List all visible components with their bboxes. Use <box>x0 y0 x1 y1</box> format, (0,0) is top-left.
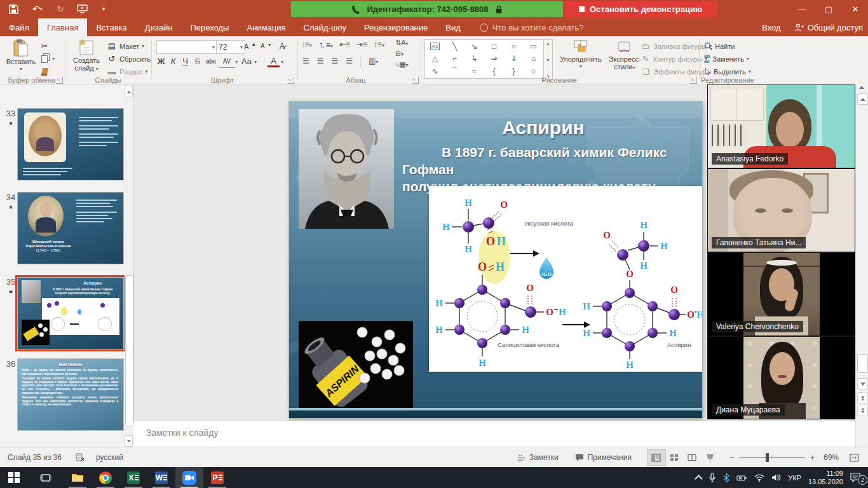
minimize-button[interactable]: — <box>789 0 815 18</box>
align-right-button[interactable]: ☰ <box>332 57 339 67</box>
zoom-app-button[interactable] <box>175 467 203 488</box>
arrange-button[interactable]: Упорядочить▾ <box>555 39 606 78</box>
paste-button[interactable]: Вставить ▾ <box>4 39 38 78</box>
line-spacing-button[interactable]: ↕≡▾ <box>374 40 384 51</box>
shapes-gallery[interactable]: A≡ ╲↘□○▭ △⌐↳⇒⇓⌂ ∿⌒≈{}☆ <box>424 39 544 79</box>
tell-me-box[interactable]: Что вы хотите сделать? <box>470 18 584 36</box>
view-sorter-button[interactable] <box>666 450 684 465</box>
redo-button[interactable]: ↻ <box>52 2 69 16</box>
decrease-indent-button[interactable]: ⇤≡ <box>339 40 350 51</box>
participant-video-1[interactable]: Anastasiya Fedorko <box>707 85 855 168</box>
stop-demo-button[interactable]: Остановить демонстрацию <box>564 1 717 17</box>
chrome-button[interactable] <box>92 467 119 488</box>
undo-button[interactable]: ↶▾ <box>27 2 48 16</box>
aspirin-bottle-image[interactable]: ASPIRIN <box>299 321 413 408</box>
tab-animations[interactable]: Анимация <box>238 18 294 36</box>
language-indicator[interactable]: УКР <box>788 474 801 482</box>
share-button[interactable]: Общий доступ <box>795 23 863 32</box>
scroll-thumb[interactable] <box>857 354 868 373</box>
tab-insert[interactable]: Вставка <box>87 18 135 36</box>
participant-video-4[interactable]: Диана Муцараева <box>707 336 855 419</box>
view-reading-button[interactable] <box>684 450 702 465</box>
view-normal-button[interactable] <box>647 449 666 466</box>
tab-view[interactable]: Вид <box>437 18 470 36</box>
slide-title-textbox[interactable]: Аспирин <box>416 117 670 139</box>
restore-button[interactable]: ▢ <box>816 0 841 18</box>
shape-outline-button[interactable]: ✎Контур фигуры▾ <box>641 53 707 65</box>
align-text-button[interactable]: ⊟▾ <box>395 50 409 58</box>
word-button[interactable]: W <box>147 467 175 488</box>
task-view-button[interactable] <box>32 467 60 488</box>
zoom-slider-thumb[interactable] <box>766 453 769 462</box>
close-button[interactable]: ✕ <box>843 0 868 18</box>
thumbnail-slide-34[interactable]: Шведский химикКарл-Вильгельм Шееле(1742—… <box>17 192 124 264</box>
hofmann-portrait-image[interactable] <box>299 109 394 229</box>
wifi-icon[interactable] <box>754 474 764 482</box>
quick-styles-button[interactable]: Экспресс-стили▾ <box>605 39 644 78</box>
shapes-scrollbar[interactable]: ▲▼⊻ <box>543 39 553 81</box>
language-status[interactable]: русский <box>96 453 123 462</box>
columns-button[interactable]: ▥▾ <box>369 57 378 67</box>
file-explorer-button[interactable] <box>64 467 92 488</box>
grow-font-button[interactable]: A▲ <box>244 40 256 52</box>
clear-formatting-button[interactable]: A̷ <box>277 40 287 52</box>
tray-expand-icon[interactable] <box>695 475 703 483</box>
tab-transitions[interactable]: Переходы <box>181 18 238 36</box>
increase-indent-button[interactable]: ⇥≡ <box>356 40 367 51</box>
font-dialog-launcher[interactable]: ↘ <box>287 77 294 84</box>
font-name-combo[interactable]: ▾ <box>156 40 217 54</box>
scroll-up-button[interactable] <box>857 93 868 105</box>
next-slide-button[interactable] <box>857 405 868 416</box>
action-center-button[interactable]: 2 <box>850 472 864 484</box>
numbering-button[interactable]: ⒈≡▾ <box>318 40 333 51</box>
thumbnail-slide-36[interactable]: Висновки Хімія – це наука, що вивчає реч… <box>17 358 124 431</box>
shape-fill-button[interactable]: 🗀Заливка фигуры▾ <box>641 40 712 52</box>
text-direction-button[interactable]: ⇅A▾ <box>395 39 409 47</box>
thumb-scroll-up[interactable] <box>125 86 133 97</box>
paragraph-dialog-launcher[interactable]: ↘ <box>412 77 419 84</box>
tab-design[interactable]: Дизайн <box>136 18 182 36</box>
find-button[interactable]: Найти <box>704 40 735 52</box>
slide-canvas[interactable]: Аспирин В 1897 г. баварский химик Феликс… <box>289 102 702 418</box>
aspirin-reaction-diagram[interactable]: .H{fill:#35aee2;font:bold 15px "Liberati… <box>429 186 702 372</box>
layout-button[interactable]: ▤Макет▾ <box>107 40 144 52</box>
shadow-button[interactable]: abc <box>203 55 219 67</box>
copy-button[interactable]: ▾ <box>39 53 55 65</box>
battery-icon[interactable] <box>736 474 747 482</box>
notes-toggle[interactable]: Заметки <box>517 453 559 462</box>
view-slideshow-button[interactable] <box>702 450 719 465</box>
character-spacing-button[interactable]: AV <box>219 55 235 68</box>
customize-qat-button[interactable]: ▾ <box>95 2 112 16</box>
thumbnail-slide-33[interactable] <box>17 108 124 180</box>
powerpoint-button[interactable]: P <box>203 467 231 488</box>
save-icon[interactable] <box>5 2 22 16</box>
fit-slide-button[interactable] <box>845 450 863 465</box>
main-vertical-scrollbar[interactable] <box>855 85 868 447</box>
collapse-video-chevron[interactable] <box>859 86 864 89</box>
tab-home[interactable]: Главная <box>38 18 87 36</box>
font-color-button[interactable]: А <box>268 55 280 67</box>
zoom-percent[interactable]: 69% <box>824 453 839 462</box>
strikethrough-button[interactable]: S <box>191 55 203 67</box>
zoom-out-button[interactable]: − <box>729 453 734 462</box>
smartart-convert-button[interactable]: ⤷▦▾ <box>395 60 409 69</box>
replace-button[interactable]: abac Заменить▾ <box>704 53 749 65</box>
italic-button[interactable]: К <box>167 55 179 67</box>
spellcheck-icon[interactable] <box>76 452 85 463</box>
reset-button[interactable]: ↺Сбросить <box>107 53 151 65</box>
sign-in-link[interactable]: Вход <box>762 23 780 32</box>
tab-review[interactable]: Рецензирование <box>355 18 437 36</box>
clipboard-dialog-launcher[interactable]: ↘ <box>56 77 63 84</box>
underline-button[interactable]: Ч <box>179 55 191 67</box>
clock[interactable]: 11:09 13.05.2020 <box>808 470 843 486</box>
scroll-down-button[interactable] <box>857 378 868 390</box>
thumb-scroll-thumb[interactable] <box>125 275 133 426</box>
volume-icon[interactable] <box>771 473 781 482</box>
previous-slide-button[interactable] <box>857 392 868 403</box>
bold-button[interactable]: Ж <box>155 55 167 67</box>
shrink-font-button[interactable]: A▼ <box>261 40 272 52</box>
font-size-combo[interactable]: 72▾ <box>216 40 245 54</box>
tab-file[interactable]: Файл <box>0 18 38 36</box>
notes-pane[interactable]: Заметки к слайду <box>133 421 868 447</box>
zoom-in-button[interactable]: + <box>810 453 815 462</box>
